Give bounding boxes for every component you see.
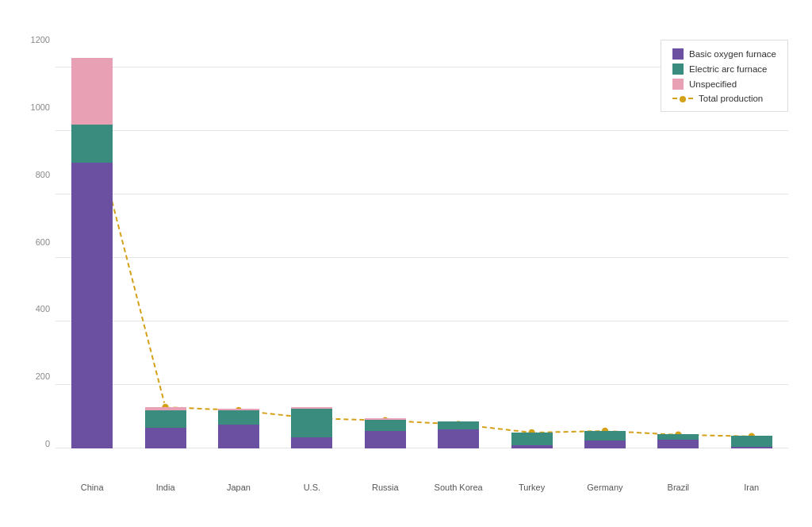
eaf-segment bbox=[731, 436, 772, 447]
bar-stack bbox=[731, 436, 772, 448]
y-tick: 400 bbox=[12, 305, 50, 314]
legend-item: Total production bbox=[672, 94, 776, 103]
legend-item: Unspecified bbox=[672, 79, 776, 90]
eaf-segment bbox=[145, 410, 186, 428]
y-tick: 0 bbox=[12, 440, 50, 448]
bar-stack bbox=[365, 418, 406, 448]
bar-stack bbox=[584, 431, 626, 448]
y-tick: 200 bbox=[12, 372, 50, 381]
legend-item: Basic oxygen furnace bbox=[672, 48, 776, 60]
unspec-segment bbox=[71, 58, 113, 125]
x-label: South Korea bbox=[422, 483, 495, 492]
x-label: Germany bbox=[569, 483, 642, 492]
eaf-segment bbox=[584, 431, 626, 440]
x-label: U.S. bbox=[275, 483, 348, 492]
bar-group bbox=[128, 407, 201, 448]
bar-stack bbox=[218, 409, 259, 448]
bar-stack bbox=[657, 434, 699, 448]
legend-swatch bbox=[672, 48, 684, 60]
bar-group bbox=[56, 58, 128, 448]
bar-stack bbox=[511, 433, 553, 448]
eaf-segment bbox=[71, 125, 113, 163]
bar-group bbox=[495, 433, 568, 448]
eaf-segment bbox=[438, 421, 479, 429]
y-tick: 800 bbox=[12, 171, 50, 179]
bof-segment bbox=[218, 425, 259, 448]
legend-label: Basic oxygen furnace bbox=[689, 49, 776, 59]
bar-group bbox=[349, 418, 422, 448]
bar-group bbox=[642, 434, 714, 448]
x-label: Brazil bbox=[642, 483, 714, 492]
bar-stack bbox=[291, 407, 332, 448]
legend-dashed-line bbox=[672, 98, 693, 100]
x-label: Russia bbox=[349, 483, 422, 492]
bar-stack bbox=[145, 407, 186, 448]
bar-group bbox=[202, 409, 275, 448]
legend-swatch bbox=[672, 63, 684, 75]
eaf-segment bbox=[657, 434, 699, 440]
bof-segment bbox=[365, 431, 406, 448]
x-label: Iran bbox=[715, 483, 788, 492]
bof-segment bbox=[511, 445, 553, 448]
legend: Basic oxygen furnaceElectric arc furnace… bbox=[661, 40, 788, 112]
legend-label: Total production bbox=[699, 94, 763, 103]
bar-stack bbox=[71, 58, 113, 448]
legend-swatch bbox=[672, 79, 684, 90]
eaf-segment bbox=[511, 433, 553, 445]
bof-segment bbox=[145, 428, 186, 448]
x-label: India bbox=[128, 483, 201, 492]
bof-segment bbox=[584, 440, 626, 448]
x-labels: ChinaIndiaJapanU.S.RussiaSouth KoreaTurk… bbox=[56, 483, 788, 492]
y-axis: 020040060080010001200 bbox=[12, 36, 50, 448]
y-tick: 600 bbox=[12, 238, 50, 247]
bar-group bbox=[569, 431, 642, 448]
bar-group bbox=[422, 421, 495, 448]
legend-dot bbox=[680, 96, 686, 102]
eaf-segment bbox=[218, 410, 259, 425]
eaf-segment bbox=[365, 420, 406, 431]
x-label: China bbox=[56, 483, 128, 492]
bar-group bbox=[275, 407, 348, 448]
bof-segment bbox=[438, 429, 479, 448]
bar-stack bbox=[438, 421, 479, 448]
bar-group bbox=[715, 436, 788, 448]
chart-container: 020040060080010001200 ChinaIndiaJapanU.S… bbox=[0, 0, 812, 527]
bof-segment bbox=[71, 163, 113, 448]
y-tick: 1200 bbox=[12, 36, 50, 44]
y-tick: 1000 bbox=[12, 103, 50, 112]
bof-segment bbox=[657, 440, 699, 448]
legend-item: Electric arc furnace bbox=[672, 63, 776, 75]
eaf-segment bbox=[291, 409, 332, 437]
legend-label: Unspecified bbox=[689, 79, 737, 89]
bof-segment bbox=[731, 447, 772, 448]
x-label: Japan bbox=[202, 483, 275, 492]
legend-label: Electric arc furnace bbox=[689, 64, 767, 74]
bof-segment bbox=[291, 437, 332, 448]
x-label: Turkey bbox=[495, 483, 568, 492]
